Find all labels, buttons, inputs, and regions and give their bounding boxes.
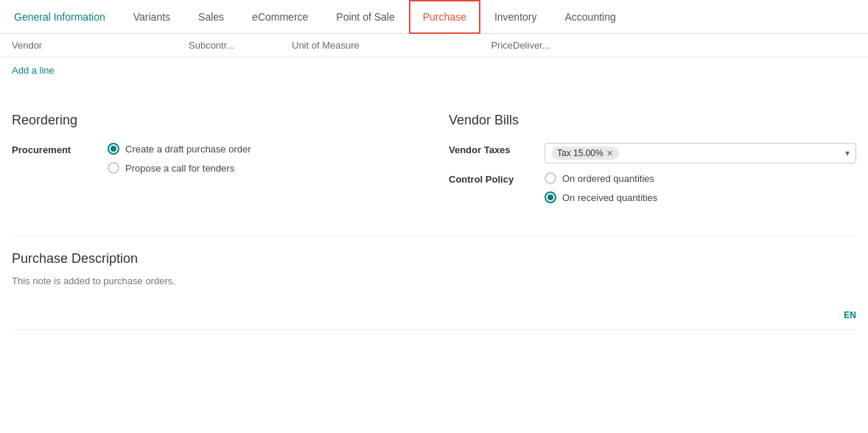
col-header-uom: Unit of Measure — [292, 40, 424, 51]
bottom-divider — [12, 329, 856, 330]
vendor-taxes-field: Vendor Taxes Tax 15.00% ✕ ▾ — [449, 143, 856, 163]
tab-variants[interactable]: Variants — [119, 0, 184, 34]
vendor-taxes-label: Vendor Taxes — [449, 143, 545, 155]
vendor-table-header: Vendor Subcontr... Unit of Measure Price… — [0, 34, 868, 57]
tab-general-information[interactable]: General Information — [0, 0, 119, 34]
control-policy-options: On ordered quantities On received quanti… — [545, 172, 856, 203]
control-policy-label: Control Policy — [449, 172, 545, 185]
radio-circle-ordered[interactable] — [545, 172, 556, 184]
col-header-vendor: Vendor — [12, 40, 189, 51]
radio-create-draft-po[interactable]: Create a draft purchase order — [108, 143, 419, 155]
reordering-title: Reordering — [12, 113, 419, 128]
radio-label-received: On received quantities — [562, 192, 657, 203]
tab-ecommerce[interactable]: eCommerce — [238, 0, 322, 34]
procurement-options: Create a draft purchase order Propose a … — [108, 143, 419, 174]
add-line-button[interactable]: Add a line — [0, 57, 868, 83]
tab-sales[interactable]: Sales — [184, 0, 238, 34]
radio-call-tenders[interactable]: Propose a call for tenders — [108, 162, 419, 174]
col-header-subcontr: Subcontr... — [189, 40, 292, 51]
tax-tag: Tax 15.00% ✕ — [551, 147, 619, 160]
radio-circle-draft-po[interactable] — [108, 143, 119, 155]
vendor-bills-section: Vendor Bills Vendor Taxes Tax 15.00% ✕ ▾… — [449, 113, 856, 212]
radio-circle-tenders[interactable] — [108, 162, 119, 174]
radio-circle-received[interactable] — [545, 191, 556, 203]
tab-point-of-sale[interactable]: Point of Sale — [322, 0, 408, 34]
tax-tag-close[interactable]: ✕ — [606, 149, 613, 158]
col-header-price: Price — [424, 40, 513, 51]
tab-inventory[interactable]: Inventory — [480, 0, 551, 34]
radio-ordered-quantities[interactable]: On ordered quantities — [545, 172, 856, 184]
purchase-description-textarea[interactable] — [12, 275, 856, 305]
radio-label-ordered: On ordered quantities — [562, 173, 654, 184]
col-header-deliver: Deliver... — [513, 40, 856, 51]
taxes-dropdown-icon[interactable]: ▾ — [845, 148, 850, 158]
control-policy-field: Control Policy On ordered quantities On … — [449, 172, 856, 203]
radio-label-draft-po: Create a draft purchase order — [125, 144, 251, 155]
reordering-section: Reordering Procurement Create a draft pu… — [12, 113, 419, 212]
procurement-label: Procurement — [12, 143, 108, 155]
vendor-taxes-value: Tax 15.00% ✕ ▾ — [545, 143, 856, 163]
main-sections: Reordering Procurement Create a draft pu… — [0, 113, 868, 212]
radio-label-tenders: Propose a call for tenders — [125, 163, 234, 174]
purchase-description-section: Purchase Description EN — [0, 236, 868, 323]
vendor-bills-title: Vendor Bills — [449, 113, 856, 128]
language-badge[interactable]: EN — [844, 310, 856, 320]
procurement-field: Procurement Create a draft purchase orde… — [12, 143, 419, 174]
radio-received-quantities[interactable]: On received quantities — [545, 191, 856, 203]
tab-bar: General Information Variants Sales eComm… — [0, 0, 868, 34]
taxes-input[interactable]: Tax 15.00% ✕ ▾ — [545, 143, 856, 163]
purchase-description-title: Purchase Description — [12, 251, 856, 267]
tax-tag-label: Tax 15.00% — [557, 148, 603, 158]
description-footer: EN — [12, 307, 856, 323]
tab-purchase[interactable]: Purchase — [409, 0, 480, 34]
tab-accounting[interactable]: Accounting — [550, 0, 629, 34]
